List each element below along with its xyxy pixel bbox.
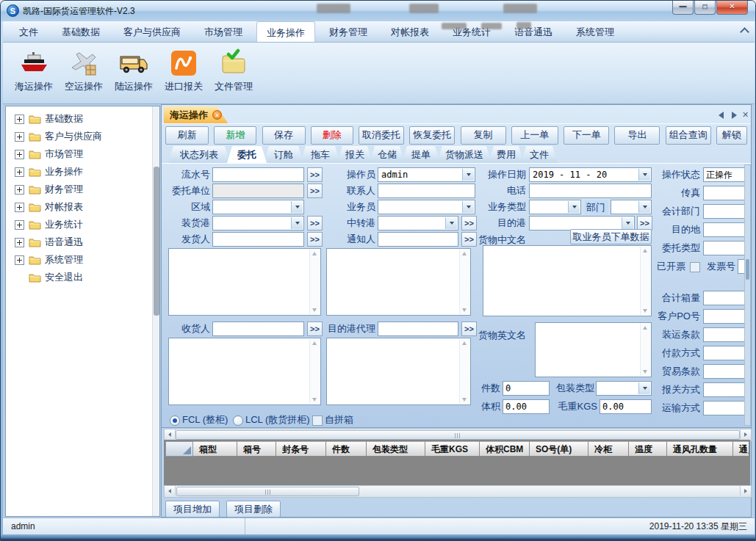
shipper-input[interactable] [212,232,304,247]
invoiced-checkbox[interactable] [690,262,700,272]
salesman-select[interactable] [378,200,475,214]
self-packing-checkbox[interactable] [312,415,323,426]
lcl-radio[interactable] [233,415,243,426]
region-select[interactable] [212,200,304,214]
expand-plus-icon[interactable] [15,255,24,265]
action-button[interactable]: 解锁 [716,126,747,145]
title-bar[interactable]: S 凯路-国际货运管理软件-V2.3 [1,1,756,21]
subtab[interactable]: 委托 [227,146,267,163]
tree-item[interactable]: 业务操作 [6,163,159,181]
menu-item[interactable]: 业务操作 [256,21,315,42]
action-button[interactable]: 删除 [311,126,353,145]
grid-column-header[interactable]: 冷柜 [588,441,629,457]
subtab[interactable]: 文件 [521,146,558,163]
cargo-cn-name-textarea[interactable] [483,245,652,316]
tree-item[interactable]: 安全退出 [6,269,159,286]
transit-port-select[interactable] [378,216,458,230]
expand-plus-icon[interactable] [15,132,24,142]
grid-column-header[interactable]: 通风 [733,441,749,457]
expand-plus-icon[interactable] [15,220,24,230]
action-button[interactable]: 上一单 [511,126,558,145]
gross-weight-input[interactable] [600,399,652,414]
subtab[interactable]: 状态列表 [168,146,230,163]
toolbar-item-air-operation[interactable]: 空运操作 [60,48,107,104]
subtab[interactable]: 货物派送 [437,146,492,163]
action-button[interactable]: 导出 [614,126,660,145]
scrollbar-thumb[interactable] [746,259,749,280]
tree-item[interactable]: 基础数据 [6,110,159,128]
tree-item[interactable]: 语音通迅 [6,233,159,251]
grid-corner-cell[interactable] [165,441,193,457]
dropdown-arrow-icon[interactable] [291,217,303,229]
loading-port-more-button[interactable]: >> [307,216,323,230]
subtab[interactable]: 仓储 [370,146,405,163]
toolbar-item-import-customs[interactable]: 进口报关 [160,48,207,104]
dest-port-select[interactable] [529,216,635,230]
dropdown-arrow-icon[interactable] [568,201,580,213]
serial-no-more-button[interactable]: >> [307,167,323,182]
scrollbar-thumb[interactable] [154,167,159,316]
textarea-scrollbar[interactable] [309,339,320,404]
menu-item[interactable]: 对帐报表 [381,21,439,42]
dest-port-agent-detail-textarea[interactable] [326,338,471,405]
grid-column-header[interactable]: 毛重KGS [425,441,480,457]
subtab[interactable]: 订舱 [264,146,303,163]
grid-column-header[interactable]: SO号(单) [530,441,588,457]
consignee-input[interactable] [212,322,304,336]
form-vertical-scrollbar[interactable] [744,164,751,426]
add-item-button[interactable]: 项目增加 [165,501,220,518]
cargo-en-name-textarea[interactable] [535,322,652,377]
pieces-input[interactable] [503,381,550,396]
contact-input[interactable] [378,184,475,198]
action-button[interactable]: 取消委托 [359,126,404,145]
grid-column-header[interactable]: 箱号 [237,441,276,457]
action-button[interactable]: 组合查询 [666,126,711,145]
tree-item[interactable]: 客户与供应商 [6,128,159,145]
dropdown-arrow-icon[interactable] [622,217,633,229]
action-button[interactable]: 恢复委托 [409,126,455,145]
menu-item[interactable]: 系统管理 [566,21,624,42]
loading-port-select[interactable] [212,216,304,230]
grid-horizontal-scrollbar[interactable] [164,485,752,498]
dropdown-arrow-icon[interactable] [445,217,457,229]
toolbar-item-file-management[interactable]: 文件管理 [210,48,257,104]
consignee-detail-textarea[interactable] [168,338,321,405]
client-unit-input[interactable] [212,184,304,198]
tree-item[interactable]: 对帐报表 [6,198,159,216]
scroll-left-icon[interactable] [165,429,176,439]
expand-plus-icon[interactable] [15,185,24,195]
shipper-more-button[interactable]: >> [307,232,323,247]
fcl-radio[interactable] [170,415,180,426]
business-type-select[interactable] [529,200,581,214]
grid-column-header[interactable]: 包装类型 [367,441,425,457]
menu-item[interactable]: 文件 [10,21,48,42]
grid-column-header[interactable]: 件数 [326,441,367,457]
expand-plus-icon[interactable] [15,115,24,124]
scrollbar-thumb[interactable] [176,487,359,496]
grid-column-header[interactable]: 通风孔数量 [667,441,733,457]
expand-plus-icon[interactable] [15,203,24,212]
tab-scroll-left-icon[interactable] [719,112,724,119]
dest-port-agent-input[interactable] [378,322,458,336]
toolbar-item-sea-operation[interactable]: 海运操作 [10,48,57,104]
notify-party-detail-textarea[interactable] [326,248,471,316]
scrollbar-thumb[interactable] [176,430,740,440]
grid-column-header[interactable]: 体积CBM [480,441,530,457]
dropdown-arrow-icon[interactable] [291,201,303,213]
expand-plus-icon[interactable] [15,238,24,247]
grid-column-header[interactable]: 箱型 [193,441,237,457]
operator-select[interactable]: admin [378,167,475,182]
expand-plus-icon[interactable] [15,150,24,159]
expand-plus-icon[interactable] [15,167,24,177]
maximize-button[interactable]: □ [694,1,716,15]
close-button[interactable]: ✕ [716,1,748,15]
shipper-detail-textarea[interactable] [168,248,321,316]
fetch-salesman-order-button[interactable]: 取业务员下单数据 [570,229,652,244]
menu-item[interactable]: 财务管理 [320,21,377,42]
textarea-scrollbar[interactable] [309,250,320,314]
subtab[interactable]: 提单 [402,146,440,163]
client-unit-more-button[interactable]: >> [307,184,323,198]
operate-date-picker[interactable]: 2019 - 11 - 20 [529,167,652,182]
tree-item[interactable]: 系统管理 [6,251,159,269]
scroll-right-icon[interactable] [740,486,751,495]
